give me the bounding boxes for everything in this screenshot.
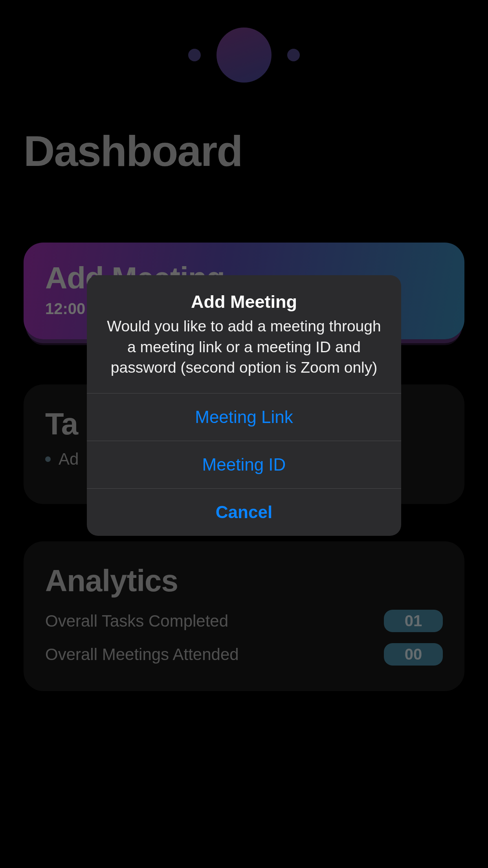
add-meeting-alert: Add Meeting Would you like to add a meet… bbox=[87, 275, 401, 536]
cancel-button[interactable]: Cancel bbox=[87, 488, 401, 536]
alert-title: Add Meeting bbox=[106, 292, 382, 312]
meeting-link-button[interactable]: Meeting Link bbox=[87, 393, 401, 441]
alert-message: Would you like to add a meeting through … bbox=[106, 316, 382, 378]
alert-header: Add Meeting Would you like to add a meet… bbox=[87, 275, 401, 393]
meeting-id-button[interactable]: Meeting ID bbox=[87, 441, 401, 488]
